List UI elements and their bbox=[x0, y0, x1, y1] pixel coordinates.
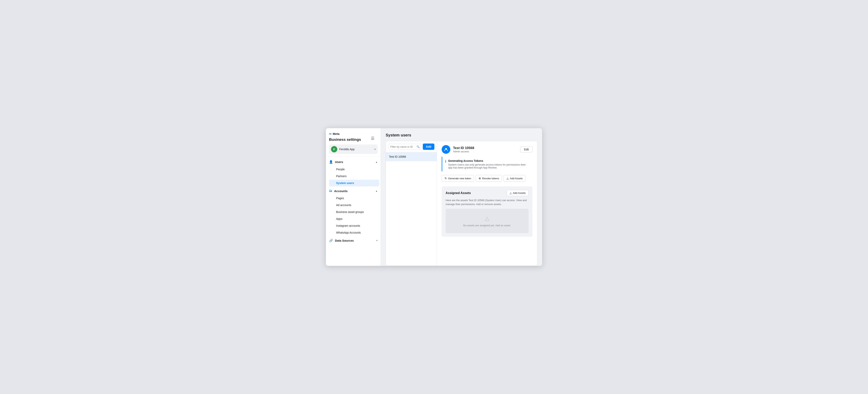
nav-section-users-title: 👤 Users bbox=[329, 160, 343, 164]
users-label: Users bbox=[335, 160, 343, 163]
meta-logo-icon: ∞ bbox=[329, 132, 332, 136]
meta-wordmark: Meta bbox=[333, 132, 339, 135]
info-banner-title: Generating Access Tokens bbox=[448, 159, 530, 162]
data-sources-icon: 🔗 bbox=[329, 239, 333, 242]
nav-section-data-sources-header[interactable]: 🔗 Data Sources ▾ bbox=[326, 237, 381, 244]
sidebar-item-system-users[interactable]: System users bbox=[329, 180, 379, 186]
detail-header: Test ID 10568 Admin access Edit bbox=[442, 145, 532, 154]
business-settings-title: Business settings bbox=[329, 138, 378, 142]
page-title: System users bbox=[385, 133, 537, 138]
add-assets-action-button[interactable]: △ Add Assets bbox=[503, 175, 526, 182]
nav-section-accounts: 🗂 Accounts ▲ Pages Ad accounts Business … bbox=[326, 187, 381, 236]
sidebar-item-ad-accounts[interactable]: Ad accounts bbox=[329, 202, 379, 208]
empty-assets-state: △ No assets are assigned yet. Add an ass… bbox=[445, 209, 529, 233]
info-icon: ℹ bbox=[445, 159, 446, 163]
assigned-assets-title: Assigned Assets bbox=[445, 191, 471, 195]
assigned-assets-section: Assigned Assets △ Add Assets Here are th… bbox=[442, 186, 532, 237]
nav-section-accounts-header[interactable]: 🗂 Accounts ▲ bbox=[326, 187, 381, 195]
users-sub-items: People Partners System users bbox=[326, 166, 381, 186]
revoke-tokens-button[interactable]: ⊗ Revoke tokens bbox=[476, 175, 502, 182]
app-name-label: Feroldis App bbox=[339, 148, 372, 151]
add-assets-btn-icon: △ bbox=[510, 191, 512, 194]
system-user-avatar bbox=[442, 145, 450, 154]
app-selector[interactable]: F Feroldis App ▾ bbox=[329, 145, 378, 154]
list-item[interactable]: Test ID 10568 bbox=[386, 152, 437, 161]
nav-section-users-header[interactable]: 👤 Users ▲ bbox=[326, 158, 381, 166]
sidebar-item-pages[interactable]: Pages bbox=[329, 195, 379, 202]
sidebar: ∞ Meta Business settings ☰ F Feroldis Ap… bbox=[326, 128, 381, 266]
detail-user-role: Admin access bbox=[453, 150, 474, 153]
action-buttons: ↻ Generate new token ⊗ Revoke tokens △ A… bbox=[442, 175, 532, 182]
detail-user-info: Test ID 10568 Admin access bbox=[453, 146, 474, 153]
data-sources-label: Data Sources bbox=[335, 239, 354, 242]
data-sources-arrow-icon: ▾ bbox=[376, 239, 378, 242]
refresh-icon: ↻ bbox=[445, 177, 447, 180]
nav-section-users: 👤 Users ▲ People Partners System users bbox=[326, 158, 381, 186]
info-banner-content: Generating Access Tokens System Users ca… bbox=[448, 159, 530, 169]
meta-logo: ∞ Meta bbox=[329, 132, 378, 136]
main-content: System users 🔍 Add Test ID 10568 bbox=[381, 128, 542, 266]
empty-assets-text: No assets are assigned yet. Add an asset… bbox=[463, 224, 511, 227]
empty-assets-icon: △ bbox=[485, 215, 489, 221]
assets-description: Here are the assets Test ID 10568 (Syste… bbox=[445, 199, 529, 206]
sidebar-item-people[interactable]: People bbox=[329, 166, 379, 173]
users-arrow-icon: ▲ bbox=[375, 161, 378, 163]
content-area: 🔍 Add Test ID 10568 bbox=[385, 141, 537, 266]
nav-section-data-sources-title: 🔗 Data Sources bbox=[329, 239, 354, 242]
accounts-label: Accounts bbox=[334, 189, 347, 193]
accounts-icon: 🗂 bbox=[329, 189, 332, 193]
nav-section-data-sources: 🔗 Data Sources ▾ bbox=[326, 237, 381, 244]
sidebar-item-apps[interactable]: Apps bbox=[329, 215, 379, 222]
add-assets-action-icon: △ bbox=[506, 177, 509, 180]
add-assets-button[interactable]: △ Add Assets bbox=[507, 190, 529, 196]
info-banner: ℹ Generating Access Tokens System Users … bbox=[442, 157, 532, 172]
users-icon: 👤 bbox=[329, 160, 333, 164]
add-assets-btn-label: Add Assets bbox=[513, 191, 526, 194]
assigned-assets-header: Assigned Assets △ Add Assets bbox=[445, 190, 529, 196]
main-window: ∞ Meta Business settings ☰ F Feroldis Ap… bbox=[326, 128, 542, 266]
detail-panel: Test ID 10568 Admin access Edit ℹ Genera… bbox=[437, 141, 537, 266]
add-button[interactable]: Add bbox=[423, 144, 434, 150]
revoke-tokens-label: Revoke tokens bbox=[482, 177, 499, 180]
sidebar-header: ∞ Meta Business settings ☰ F Feroldis Ap… bbox=[326, 128, 381, 156]
search-bar: 🔍 Add bbox=[386, 141, 437, 152]
search-icon: 🔍 bbox=[416, 145, 420, 148]
detail-header-left: Test ID 10568 Admin access bbox=[442, 145, 474, 154]
detail-user-name: Test ID 10568 bbox=[453, 146, 474, 150]
list-panel: 🔍 Add Test ID 10568 bbox=[386, 141, 437, 266]
generate-token-label: Generate new token bbox=[448, 177, 471, 180]
nav-section-accounts-title: 🗂 Accounts bbox=[329, 189, 347, 193]
generate-token-button[interactable]: ↻ Generate new token bbox=[442, 175, 474, 182]
accounts-arrow-icon: ▲ bbox=[375, 190, 378, 192]
search-input-wrap: 🔍 bbox=[388, 144, 421, 150]
info-banner-text: System Users can only generate access to… bbox=[448, 163, 530, 169]
add-assets-action-label: Add Assets bbox=[510, 177, 523, 180]
sidebar-item-partners[interactable]: Partners bbox=[329, 173, 379, 180]
sidebar-item-business-asset-groups[interactable]: Business asset groups bbox=[329, 209, 379, 215]
chevron-down-icon: ▾ bbox=[374, 148, 376, 151]
search-input[interactable] bbox=[388, 144, 421, 150]
revoke-icon: ⊗ bbox=[478, 177, 481, 180]
hamburger-button[interactable]: ☰ bbox=[371, 136, 374, 141]
system-users-list: Test ID 10568 bbox=[386, 152, 437, 266]
edit-button[interactable]: Edit bbox=[520, 146, 532, 153]
sidebar-item-whatsapp-accounts[interactable]: WhatsApp Accounts bbox=[329, 229, 379, 236]
app-avatar: F bbox=[331, 146, 337, 152]
accounts-sub-items: Pages Ad accounts Business asset groups … bbox=[326, 195, 381, 236]
sidebar-nav: 👤 Users ▲ People Partners System users 🗂… bbox=[326, 156, 381, 263]
sidebar-item-instagram-accounts[interactable]: Instagram accounts bbox=[329, 222, 379, 229]
